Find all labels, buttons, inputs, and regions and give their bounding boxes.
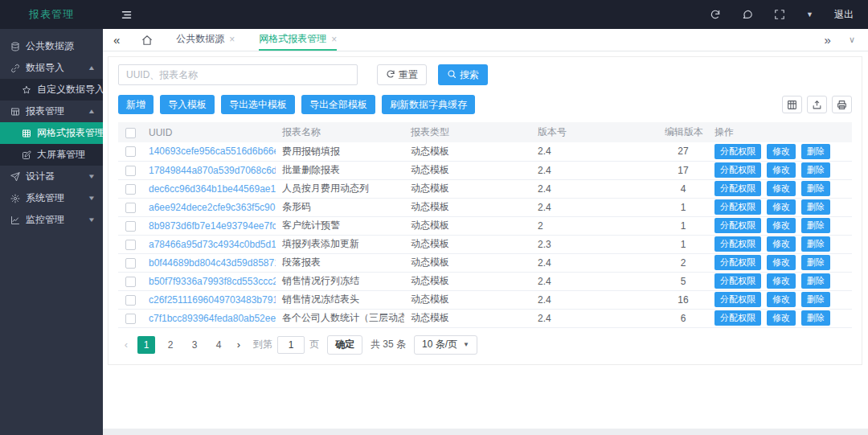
- row-checkbox[interactable]: [125, 166, 136, 176]
- modify-button[interactable]: 修改: [767, 144, 796, 159]
- message-icon[interactable]: [742, 9, 753, 20]
- row-checkbox[interactable]: [125, 184, 136, 195]
- uuid-link[interactable]: 140693cefe956ca5516d6b66e2...: [142, 142, 276, 161]
- delete-button[interactable]: 删除: [801, 162, 830, 178]
- row-checkbox[interactable]: [125, 295, 136, 306]
- delete-button[interactable]: 删除: [801, 218, 830, 233]
- modify-button[interactable]: 修改: [767, 310, 796, 326]
- sidebar-item-big-screen-management[interactable]: 大屏幕管理: [0, 144, 103, 166]
- page-size-select[interactable]: 10 条/页 ▼: [414, 335, 477, 355]
- row-checkbox[interactable]: [125, 240, 136, 250]
- row-checkbox[interactable]: [125, 314, 136, 324]
- uuid-link[interactable]: c7f1bcc893964feda80ab52ee0...: [142, 309, 276, 327]
- modify-button[interactable]: 修改: [767, 199, 796, 215]
- modify-button[interactable]: 修改: [767, 236, 796, 252]
- uuid-link[interactable]: 8b9873d6fb7e14e93794ee7fc1...: [142, 216, 276, 235]
- uuid-link[interactable]: dec6cc96d364b1be44569ae18...: [142, 179, 276, 198]
- edit-version: 16: [658, 290, 708, 309]
- search-input[interactable]: [118, 64, 358, 85]
- sidebar-item-public-data-source[interactable]: 公共数据源: [0, 35, 103, 57]
- sidebar-item-data-import[interactable]: 数据导入▲: [0, 57, 103, 79]
- assign-permission-button[interactable]: 分配权限: [714, 310, 761, 326]
- tab-grid-report-management[interactable]: 网格式报表管理×: [259, 29, 337, 51]
- delete-button[interactable]: 删除: [801, 199, 830, 215]
- assign-permission-button[interactable]: 分配权限: [714, 144, 761, 159]
- assign-permission-button[interactable]: 分配权限: [714, 236, 761, 252]
- assign-permission-button[interactable]: 分配权限: [714, 162, 761, 178]
- delete-button[interactable]: 删除: [801, 273, 830, 289]
- modify-button[interactable]: 修改: [767, 292, 796, 307]
- sidebar-item-report-management[interactable]: 报表管理▲: [0, 101, 103, 122]
- export-all-template-button[interactable]: 导出全部模板: [301, 95, 375, 114]
- sidebar-item-custom-data-import[interactable]: 自定义数据导入: [0, 79, 103, 101]
- export-selected-template-button[interactable]: 导出选中模板: [221, 95, 295, 114]
- hamburger-icon[interactable]: [121, 9, 133, 21]
- sidebar-item-designer[interactable]: 设计器▼: [0, 166, 103, 187]
- modify-button[interactable]: 修改: [767, 255, 796, 270]
- collapse-tabs-icon[interactable]: «: [103, 29, 130, 51]
- grid-icon: [22, 129, 31, 138]
- report-list-card: 重置 搜索 新增导入模板导出选中模板导出全部模板刷新数据字典缓存: [108, 56, 862, 365]
- uuid-link[interactable]: 17849844a870a539d7068c6d3...: [142, 161, 276, 179]
- export-button[interactable]: [807, 96, 827, 113]
- delete-button[interactable]: 删除: [801, 292, 830, 307]
- assign-permission-button[interactable]: 分配权限: [714, 255, 761, 270]
- goto-label: 到第: [253, 338, 272, 351]
- row-checkbox[interactable]: [125, 221, 136, 232]
- confirm-page-button[interactable]: 确定: [327, 335, 362, 355]
- page-button-4[interactable]: 4: [210, 336, 227, 354]
- uuid-link[interactable]: b50f7f9336a7993f8cd553ccc22...: [142, 272, 276, 290]
- refresh-icon[interactable]: [710, 9, 721, 20]
- prev-page-icon[interactable]: ‹: [118, 339, 134, 351]
- goto-page-input[interactable]: [277, 336, 305, 354]
- delete-button[interactable]: 删除: [801, 310, 830, 326]
- uuid-link[interactable]: a6ee924dece2cfe9c363f5c902...: [142, 198, 276, 216]
- select-caret-icon: ▼: [463, 341, 469, 348]
- assign-permission-button[interactable]: 分配权限: [714, 199, 761, 215]
- row-checkbox[interactable]: [125, 146, 136, 157]
- row-checkbox[interactable]: [125, 277, 136, 287]
- sidebar-item-system-management[interactable]: 系统管理▼: [0, 187, 103, 209]
- modify-button[interactable]: 修改: [767, 162, 796, 178]
- row-checkbox[interactable]: [125, 203, 136, 213]
- printer-button[interactable]: [832, 96, 852, 113]
- page-button-1[interactable]: 1: [137, 336, 155, 354]
- tab-menu-caret-icon[interactable]: ∨: [849, 35, 855, 45]
- delete-button[interactable]: 删除: [801, 181, 830, 196]
- fullscreen-icon[interactable]: [774, 9, 785, 20]
- select-all-checkbox[interactable]: [125, 128, 136, 138]
- tab-close-icon[interactable]: ×: [331, 34, 337, 45]
- assign-permission-button[interactable]: 分配权限: [714, 292, 761, 307]
- assign-permission-button[interactable]: 分配权限: [714, 181, 761, 196]
- assign-permission-button[interactable]: 分配权限: [714, 218, 761, 233]
- tab-close-icon[interactable]: ×: [229, 34, 235, 45]
- page-button-2[interactable]: 2: [162, 336, 179, 354]
- uuid-link[interactable]: a78466a95d73c4934c0bd5d11...: [142, 235, 276, 253]
- page-button-3[interactable]: 3: [186, 336, 203, 354]
- expand-tabs-icon[interactable]: »: [825, 33, 831, 47]
- import-template-button[interactable]: 导入模板: [160, 95, 215, 114]
- assign-permission-button[interactable]: 分配权限: [714, 273, 761, 289]
- tab-public-data-source[interactable]: 公共数据源×: [176, 29, 235, 51]
- user-dropdown-caret-icon[interactable]: ▼: [806, 10, 813, 18]
- modify-button[interactable]: 修改: [767, 273, 796, 289]
- uuid-link[interactable]: b0f44689bd804c43d59d85871a...: [142, 253, 276, 272]
- modify-button[interactable]: 修改: [767, 218, 796, 233]
- sidebar-item-grid-report-management[interactable]: 网格式报表管理: [0, 122, 103, 144]
- home-icon[interactable]: [130, 29, 164, 51]
- search-button[interactable]: 搜索: [438, 64, 488, 85]
- delete-button[interactable]: 删除: [801, 236, 830, 252]
- delete-button[interactable]: 删除: [801, 144, 830, 159]
- columns-button[interactable]: [782, 96, 802, 113]
- next-page-icon[interactable]: ›: [231, 339, 247, 351]
- delete-button[interactable]: 删除: [801, 255, 830, 270]
- uuid-link[interactable]: c26f25111696049703483b7915...: [142, 290, 276, 309]
- reset-button[interactable]: 重置: [377, 64, 427, 85]
- sidebar-item-monitor-management[interactable]: 监控管理▼: [0, 209, 103, 231]
- horizontal-scrollbar[interactable]: [103, 429, 868, 435]
- add-button[interactable]: 新增: [118, 95, 154, 114]
- logout-button[interactable]: 退出: [834, 8, 854, 22]
- row-checkbox[interactable]: [125, 258, 136, 269]
- modify-button[interactable]: 修改: [767, 181, 796, 196]
- refresh-dict-cache-button[interactable]: 刷新数据字典缓存: [382, 95, 475, 114]
